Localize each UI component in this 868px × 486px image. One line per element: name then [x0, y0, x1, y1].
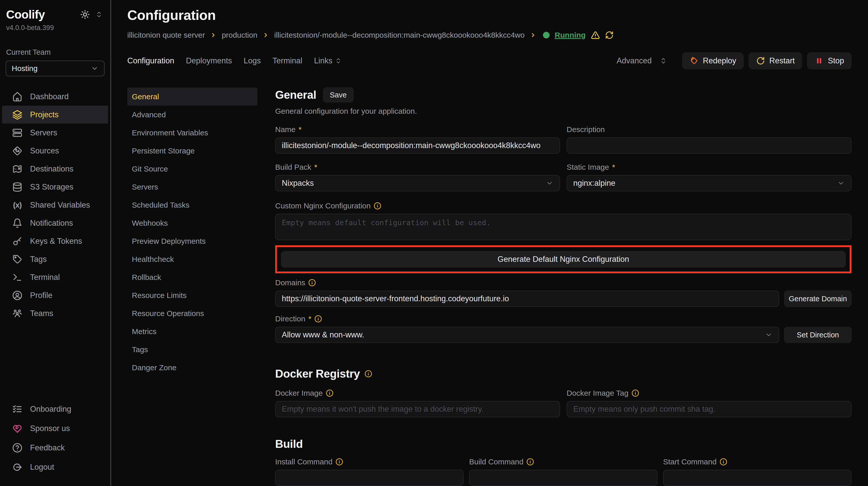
- sidebar-item-profile[interactable]: Profile: [2, 286, 108, 304]
- refresh-icon[interactable]: [605, 31, 614, 39]
- start-command-label: Start Command: [663, 457, 717, 466]
- sidebar-item-projects[interactable]: Projects: [2, 106, 108, 124]
- name-input[interactable]: [275, 137, 560, 154]
- submenu-preview-deployments[interactable]: Preview Deployments: [127, 232, 257, 250]
- sidebar-item-label: Destinations: [30, 164, 73, 173]
- layers-icon: [12, 110, 22, 120]
- database-icon: [12, 182, 22, 192]
- sidebar-item-label: Feedback: [30, 443, 65, 452]
- submenu-tags[interactable]: Tags: [127, 341, 257, 358]
- sidebar-item-label: Keys & Tokens: [30, 237, 82, 246]
- sidebar-item-destinations[interactable]: Destinations: [2, 160, 108, 178]
- stop-button[interactable]: Stop: [807, 53, 851, 69]
- sidebar-item-shared-variables[interactable]: (x) Shared Variables: [2, 196, 108, 214]
- info-icon: [526, 458, 534, 466]
- submenu-environment-variables[interactable]: Environment Variables: [127, 124, 257, 142]
- sidebar-item-servers[interactable]: Servers: [2, 124, 108, 142]
- generate-domain-button[interactable]: Generate Domain: [784, 291, 851, 307]
- build-pack-value: Nixpacks: [282, 179, 314, 188]
- save-button[interactable]: Save: [323, 88, 353, 102]
- sidebar-item-logout[interactable]: Logout: [2, 457, 108, 477]
- generate-nginx-config-button[interactable]: Generate Default Nginx Configuration: [281, 251, 846, 267]
- build-pack-select[interactable]: Nixpacks: [275, 175, 560, 191]
- sidebar-item-onboarding[interactable]: Onboarding: [2, 399, 108, 419]
- chevron-down-icon: [546, 180, 553, 187]
- tab-logs[interactable]: Logs: [244, 56, 261, 65]
- sidebar-item-keys-tokens[interactable]: Keys & Tokens: [2, 232, 108, 250]
- submenu-webhooks[interactable]: Webhooks: [127, 214, 257, 232]
- static-image-label: Static Image: [567, 163, 609, 171]
- configuration-content: General Advanced Environment Variables P…: [127, 88, 851, 486]
- submenu-resource-limits[interactable]: Resource Limits: [127, 286, 257, 304]
- docker-image-label: Docker Image: [275, 389, 323, 397]
- docker-image-input[interactable]: [275, 401, 560, 417]
- static-image-value: nginx:alpine: [573, 179, 615, 188]
- theme-sun-icon[interactable]: [80, 10, 90, 19]
- sidebar-item-label: S3 Storages: [30, 183, 73, 192]
- required-marker: *: [308, 315, 311, 323]
- sidebar-item-teams[interactable]: Teams: [2, 304, 108, 322]
- sidebar-item-label: Sources: [30, 146, 59, 156]
- direction-value: Allow www & non-www.: [282, 330, 364, 339]
- map-icon: [12, 164, 22, 174]
- sidebar-item-label: Profile: [30, 291, 53, 300]
- sidebar-item-label: Sponsor us: [30, 424, 70, 433]
- static-image-select[interactable]: nginx:alpine: [567, 175, 851, 191]
- sidebar-item-s3-storages[interactable]: S3 Storages: [2, 178, 108, 196]
- restart-button[interactable]: Restart: [749, 53, 802, 69]
- direction-select[interactable]: Allow www & non-www.: [275, 327, 779, 343]
- sidebar-item-notifications[interactable]: Notifications: [2, 214, 108, 232]
- sidebar-item-terminal[interactable]: Terminal: [2, 268, 108, 286]
- description-field: Description: [567, 125, 851, 154]
- build-command-input[interactable]: [469, 470, 657, 486]
- submenu-scheduled-tasks[interactable]: Scheduled Tasks: [127, 196, 257, 214]
- status-badge[interactable]: Running: [555, 31, 586, 39]
- redeploy-button[interactable]: Redeploy: [682, 53, 744, 69]
- description-label: Description: [567, 125, 605, 134]
- tab-deployments[interactable]: Deployments: [186, 56, 232, 65]
- tab-configuration[interactable]: Configuration: [127, 56, 174, 65]
- description-input[interactable]: [567, 137, 851, 154]
- breadcrumb-project[interactable]: illicitonion quote server: [127, 31, 205, 39]
- build-command-field: Build Command: [469, 457, 657, 486]
- submenu-resource-operations[interactable]: Resource Operations: [127, 304, 257, 322]
- install-command-input[interactable]: [275, 470, 464, 486]
- chevrons-up-down-icon[interactable]: [95, 11, 102, 18]
- submenu-general[interactable]: General: [127, 88, 257, 106]
- submenu-git-source[interactable]: Git Source: [127, 160, 257, 178]
- sidebar-item-tags[interactable]: Tags: [2, 250, 108, 268]
- sidebar-item-label: Terminal: [30, 273, 60, 282]
- general-subtitle: General configuration for your applicati…: [275, 107, 851, 116]
- submenu-danger-zone[interactable]: Danger Zone: [127, 358, 257, 377]
- chevron-right-icon: [210, 32, 217, 38]
- breadcrumb-environment[interactable]: production: [222, 31, 257, 39]
- docker-image-tag-input[interactable]: [567, 401, 851, 417]
- tab-terminal[interactable]: Terminal: [273, 56, 302, 65]
- team-select[interactable]: Hosting: [6, 61, 104, 76]
- install-command-label: Install Command: [275, 457, 333, 466]
- set-direction-button[interactable]: Set Direction: [784, 327, 851, 343]
- submenu-healthcheck[interactable]: Healthcheck: [127, 250, 257, 268]
- sidebar-item-sponsor-us[interactable]: Sponsor us: [2, 419, 108, 438]
- build-command-label: Build Command: [469, 457, 523, 466]
- help-circle-icon: [12, 443, 22, 453]
- sidebar-item-sources[interactable]: Sources: [2, 142, 108, 160]
- sidebar-item-feedback[interactable]: Feedback: [2, 438, 108, 457]
- sidebar-footer-nav: Onboarding Sponsor us Feedback Logout: [0, 399, 110, 477]
- start-command-input[interactable]: [663, 470, 851, 486]
- submenu-rollback[interactable]: Rollback: [127, 268, 257, 286]
- tab-links-label: Links: [314, 56, 333, 65]
- breadcrumb-application[interactable]: illicitestonion/-module--decomposition:m…: [274, 31, 525, 39]
- submenu-metrics[interactable]: Metrics: [127, 322, 257, 341]
- submenu-advanced[interactable]: Advanced: [127, 106, 257, 124]
- sidebar-item-dashboard[interactable]: Dashboard: [2, 88, 108, 106]
- advanced-dropdown[interactable]: Advanced: [617, 56, 667, 65]
- nginx-config-textarea[interactable]: [275, 214, 851, 240]
- submenu-persistent-storage[interactable]: Persistent Storage: [127, 142, 257, 160]
- restart-label: Restart: [769, 56, 795, 65]
- tab-links[interactable]: Links: [314, 56, 342, 65]
- required-marker: *: [299, 125, 302, 134]
- domains-input[interactable]: [275, 291, 779, 307]
- sidebar-item-label: Logout: [30, 462, 54, 472]
- submenu-servers[interactable]: Servers: [127, 178, 257, 196]
